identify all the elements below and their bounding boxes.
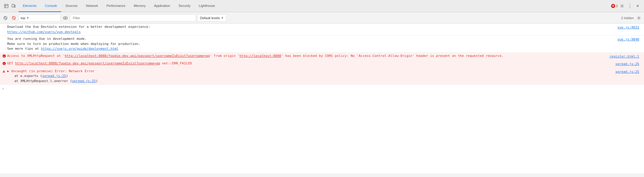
- info-icon-2: [2, 37, 7, 37]
- hidden-count: 2 hidden: [621, 16, 634, 20]
- svg-rect-4: [14, 5, 15, 7]
- svg-rect-0: [4, 4, 8, 8]
- tab-performance[interactable]: Performance: [102, 0, 130, 12]
- tab-application[interactable]: Application: [150, 0, 174, 12]
- svg-text:!: !: [3, 70, 4, 72]
- cors-url-link[interactable]: http://localhost:8088/foodie-dev-api/pas…: [65, 54, 210, 58]
- devtools-icons: [1, 0, 19, 12]
- settings-button[interactable]: [619, 3, 625, 9]
- error-icon-cors: ✕: [2, 54, 7, 58]
- vue-devmode-source[interactable]: vue.js:9040: [617, 37, 644, 42]
- get-error-message: GET http://localhost:8088/foodie-dev-api…: [7, 61, 616, 66]
- svg-point-11: [65, 17, 66, 19]
- tab-console[interactable]: Console: [41, 0, 61, 12]
- console-row-vue-devtools: Download the Vue Devtools extension for …: [0, 24, 644, 36]
- stop-recording-button[interactable]: [10, 14, 17, 22]
- close-devtools-button[interactable]: ✕: [634, 3, 641, 9]
- cors-origin-link[interactable]: http://localhost:8080: [240, 54, 281, 58]
- tab-network[interactable]: Network: [82, 0, 102, 12]
- more-options-button[interactable]: ⋮: [627, 3, 633, 9]
- tab-lighthouse[interactable]: Lighthouse: [195, 0, 219, 12]
- get-url-link[interactable]: http://localhost:8088/foodie-dev-api/pas…: [15, 61, 160, 65]
- error-icon-get: ✕: [2, 61, 7, 65]
- vue-devmode-message: You are running Vue in development mode.…: [7, 37, 617, 52]
- stack-spread-link-2[interactable]: spread.js:25: [72, 79, 96, 83]
- inspect-element-button[interactable]: [3, 3, 10, 9]
- svg-line-9: [13, 17, 15, 19]
- svg-line-7: [4, 17, 7, 19]
- cors-error-message: Access to XMLHttpRequest at 'http://loca…: [7, 54, 610, 59]
- toolbar-right: 2 hidden: [621, 15, 642, 21]
- tab-security[interactable]: Security: [174, 0, 195, 12]
- tab-memory[interactable]: Memory: [130, 0, 150, 12]
- console-row-get-error: ✕ GET http://localhost:8088/foodie-dev-a…: [0, 60, 644, 68]
- console-prompt-row: ›: [0, 85, 644, 92]
- svg-point-5: [622, 5, 623, 7]
- vue-devtools-link[interactable]: https://github.com/vuejs/vue-devtools: [7, 30, 81, 34]
- prompt-arrow-icon: ›: [2, 86, 4, 91]
- console-toolbar: top ▼ Default levels ▼ 2 hidden: [0, 12, 644, 24]
- tab-sources[interactable]: Sources: [61, 0, 82, 12]
- context-dropdown-arrow: ▼: [26, 16, 29, 19]
- uncaught-error-message: ▶ Uncaught (in promise) Error: Network E…: [7, 69, 616, 84]
- error-count-badge: ✕ 3: [611, 4, 618, 8]
- vue-devtools-message: Download the Vue Devtools extension for …: [7, 25, 617, 34]
- error-circle-icon: ✕: [611, 4, 615, 8]
- error-icon-uncaught: !: [2, 69, 7, 73]
- level-selector[interactable]: Default levels ▼: [197, 14, 226, 22]
- uncaught-error-source[interactable]: spread.js:25: [616, 69, 644, 75]
- get-error-source[interactable]: spread.js:25: [616, 61, 644, 67]
- svg-point-10: [63, 16, 67, 19]
- tab-bar: Elements Console Sources Network Perform…: [0, 0, 644, 12]
- vue-devtools-source[interactable]: vue.js:9031: [617, 25, 644, 30]
- tab-bar-right: ✕ 3 ⋮ ✕: [608, 0, 644, 12]
- info-icon: [2, 25, 7, 25]
- console-row-cors-error: ✕ Access to XMLHttpRequest at 'http://lo…: [0, 53, 644, 60]
- svg-rect-3: [12, 4, 14, 7]
- svg-point-12: [638, 17, 640, 19]
- cors-error-source[interactable]: register.html:1: [610, 54, 644, 59]
- stack-spread-link-1[interactable]: spread.js:25: [42, 74, 66, 78]
- console-content: Download the Vue Devtools extension for …: [0, 24, 644, 173]
- svg-text:✕: ✕: [4, 55, 5, 58]
- console-row-uncaught-error: ! ▶ Uncaught (in promise) Error: Network…: [0, 68, 644, 85]
- filter-input[interactable]: [70, 14, 196, 22]
- console-settings-button[interactable]: [636, 15, 642, 21]
- prompt-input[interactable]: [5, 86, 642, 91]
- level-dropdown-arrow: ▼: [221, 16, 224, 19]
- svg-text:✕: ✕: [4, 63, 5, 65]
- vue-deployment-link[interactable]: https://vuejs.org/guide/deployment.html: [41, 47, 118, 51]
- tab-elements[interactable]: Elements: [19, 0, 41, 12]
- clear-console-button[interactable]: [2, 14, 9, 22]
- context-selector[interactable]: top ▼: [19, 14, 61, 22]
- eye-button[interactable]: [62, 14, 69, 22]
- console-row-vue-devmode: You are running Vue in development mode.…: [0, 36, 644, 53]
- device-toolbar-button[interactable]: [10, 3, 17, 9]
